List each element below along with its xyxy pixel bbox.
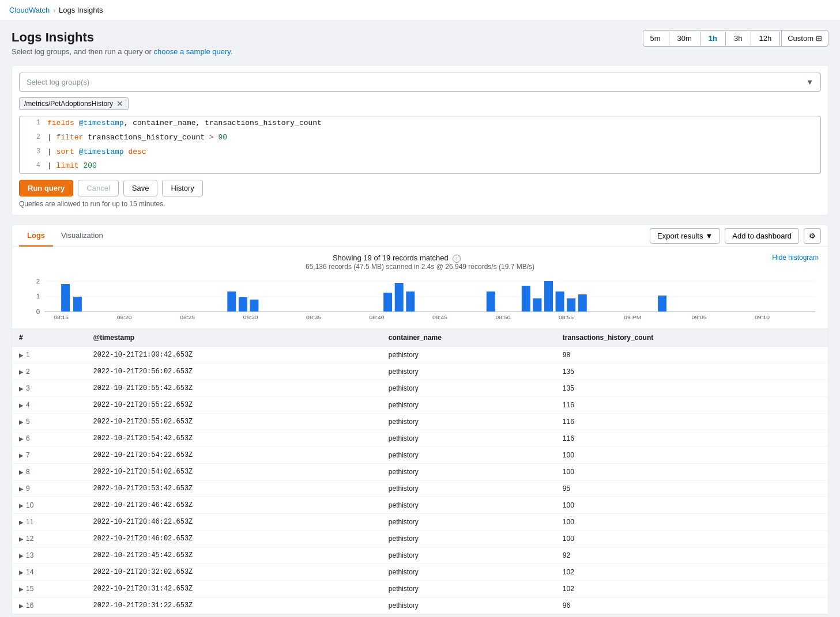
export-label: Export results xyxy=(657,232,703,240)
save-button[interactable]: Save xyxy=(123,180,158,196)
cell-timestamp: 2022-10-21T20:55:02.653Z xyxy=(86,413,381,430)
query-line-2: 2 | filter transactions_history_count > … xyxy=(20,131,820,145)
expand-icon[interactable]: ▶ xyxy=(19,536,24,542)
cancel-button[interactable]: Cancel xyxy=(78,180,118,196)
table-row[interactable]: ▶4 2022-10-21T20:55:22.653Z pethistory 1… xyxy=(12,396,828,413)
line-num-4: 4 xyxy=(24,160,40,171)
table-row[interactable]: ▶14 2022-10-21T20:32:02.653Z pethistory … xyxy=(12,563,828,580)
cell-count: 135 xyxy=(556,363,828,380)
expand-icon[interactable]: ▶ xyxy=(19,352,24,358)
results-panel: Logs Visualization Export results ▼ Add … xyxy=(12,225,828,615)
breadcrumb-parent-link[interactable]: CloudWatch xyxy=(9,6,50,14)
settings-button[interactable]: ⚙ xyxy=(804,228,821,244)
time-btn-custom[interactable]: Custom ⊞ xyxy=(781,31,828,46)
table-row[interactable]: ▶12 2022-10-21T20:46:02.653Z pethistory … xyxy=(12,530,828,547)
cell-timestamp: 2022-10-21T20:31:22.653Z xyxy=(86,597,381,614)
expand-icon[interactable]: ▶ xyxy=(19,452,24,459)
cell-container: pethistory xyxy=(382,380,556,396)
cell-timestamp: 2022-10-21T21:00:42.653Z xyxy=(86,346,381,363)
chart-container: 2 1 0 xyxy=(21,275,819,321)
time-btn-12h[interactable]: 12h xyxy=(752,31,779,46)
time-btn-5m[interactable]: 5m xyxy=(643,31,668,46)
table-row[interactable]: ▶13 2022-10-21T20:45:42.653Z pethistory … xyxy=(12,547,828,563)
results-table-container: # @timestamp container_name transactions… xyxy=(12,329,828,614)
svg-rect-20 xyxy=(578,294,587,312)
svg-text:09:10: 09:10 xyxy=(755,314,770,320)
svg-text:0: 0 xyxy=(36,308,40,315)
breadcrumb: CloudWatch › Logs Insights xyxy=(0,0,840,21)
cell-timestamp: 2022-10-21T20:55:22.653Z xyxy=(86,396,381,413)
time-btn-30m[interactable]: 30m xyxy=(671,31,699,46)
tab-visualization[interactable]: Visualization xyxy=(53,225,111,247)
expand-icon[interactable]: ▶ xyxy=(19,586,24,592)
expand-icon[interactable]: ▶ xyxy=(19,502,24,509)
remove-tag-icon[interactable]: ✕ xyxy=(116,100,123,108)
cell-num: ▶2 xyxy=(12,363,86,380)
cell-container: pethistory xyxy=(382,580,556,597)
table-row[interactable]: ▶6 2022-10-21T20:54:42.653Z pethistory 1… xyxy=(12,430,828,446)
line-num-1: 1 xyxy=(24,118,40,128)
log-group-selector[interactable]: Select log group(s) ▼ xyxy=(19,73,821,92)
cell-container: pethistory xyxy=(382,363,556,380)
cell-num: ▶9 xyxy=(12,480,86,497)
time-btn-3h[interactable]: 3h xyxy=(727,31,749,46)
cell-count: 98 xyxy=(556,346,828,363)
table-row[interactable]: ▶5 2022-10-21T20:55:02.653Z pethistory 1… xyxy=(12,413,828,430)
expand-icon[interactable]: ▶ xyxy=(19,552,24,559)
expand-icon[interactable]: ▶ xyxy=(19,519,24,525)
cell-container: pethistory xyxy=(382,430,556,446)
svg-text:08:45: 08:45 xyxy=(432,314,447,320)
log-group-tag-label: /metrics/PetAdoptionsHistory xyxy=(24,100,113,108)
expand-icon[interactable]: ▶ xyxy=(19,385,24,392)
query-editor[interactable]: 1 fields @timestamp, container_name, tra… xyxy=(19,116,821,174)
export-results-button[interactable]: Export results ▼ xyxy=(650,228,720,244)
cell-timestamp: 2022-10-21T20:54:42.653Z xyxy=(86,430,381,446)
table-row[interactable]: ▶7 2022-10-21T20:54:22.653Z pethistory 1… xyxy=(12,446,828,463)
svg-rect-14 xyxy=(487,292,495,312)
expand-icon[interactable]: ▶ xyxy=(19,402,24,408)
run-query-button[interactable]: Run query xyxy=(19,180,73,196)
table-row[interactable]: ▶16 2022-10-21T20:31:22.653Z pethistory … xyxy=(12,597,828,614)
expand-icon[interactable]: ▶ xyxy=(19,486,24,492)
table-row[interactable]: ▶3 2022-10-21T20:55:42.653Z pethistory 1… xyxy=(12,380,828,396)
cell-timestamp: 2022-10-21T20:32:02.653Z xyxy=(86,563,381,580)
query-actions: Run query Cancel Save History xyxy=(19,180,821,196)
tab-logs[interactable]: Logs xyxy=(19,225,53,247)
history-button[interactable]: History xyxy=(162,180,202,196)
cell-container: pethistory xyxy=(382,530,556,547)
time-btn-1h[interactable]: 1h xyxy=(702,31,724,46)
cell-count: 116 xyxy=(556,413,828,430)
table-row[interactable]: ▶15 2022-10-21T20:31:42.653Z pethistory … xyxy=(12,580,828,597)
cell-num: ▶14 xyxy=(12,563,86,580)
col-header-timestamp: @timestamp xyxy=(86,329,381,347)
table-row[interactable]: ▶2 2022-10-21T20:56:02.653Z pethistory 1… xyxy=(12,363,828,380)
expand-icon[interactable]: ▶ xyxy=(19,569,24,576)
cell-container: pethistory xyxy=(382,480,556,497)
add-to-dashboard-button[interactable]: Add to dashboard xyxy=(725,228,799,244)
cell-num: ▶8 xyxy=(12,463,86,480)
expand-icon[interactable]: ▶ xyxy=(19,603,24,609)
expand-icon[interactable]: ▶ xyxy=(19,369,24,375)
info-icon[interactable]: i xyxy=(453,255,461,263)
cell-timestamp: 2022-10-21T20:31:42.653Z xyxy=(86,580,381,597)
svg-rect-21 xyxy=(658,296,666,312)
cell-timestamp: 2022-10-21T20:54:02.653Z xyxy=(86,463,381,480)
cell-container: pethistory xyxy=(382,346,556,363)
cell-count: 100 xyxy=(556,446,828,463)
table-row[interactable]: ▶10 2022-10-21T20:46:42.653Z pethistory … xyxy=(12,497,828,513)
expand-icon[interactable]: ▶ xyxy=(19,469,24,475)
cell-num: ▶12 xyxy=(12,530,86,547)
log-group-tag: /metrics/PetAdoptionsHistory ✕ xyxy=(19,97,129,110)
cell-timestamp: 2022-10-21T20:56:02.653Z xyxy=(86,363,381,380)
svg-text:08:15: 08:15 xyxy=(54,314,69,320)
svg-rect-12 xyxy=(395,283,404,312)
hide-histogram-link[interactable]: Hide histogram xyxy=(772,253,819,262)
table-row[interactable]: ▶9 2022-10-21T20:53:42.653Z pethistory 9… xyxy=(12,480,828,497)
sample-query-link[interactable]: choose a sample query. xyxy=(153,47,232,56)
table-row[interactable]: ▶1 2022-10-21T21:00:42.653Z pethistory 9… xyxy=(12,346,828,363)
table-row[interactable]: ▶11 2022-10-21T20:46:22.653Z pethistory … xyxy=(12,513,828,530)
table-row[interactable]: ▶8 2022-10-21T20:54:02.653Z pethistory 1… xyxy=(12,463,828,480)
expand-icon[interactable]: ▶ xyxy=(19,436,24,442)
time-selector: 5m 30m 1h 3h 12h Custom ⊞ xyxy=(643,30,829,47)
expand-icon[interactable]: ▶ xyxy=(19,419,24,425)
